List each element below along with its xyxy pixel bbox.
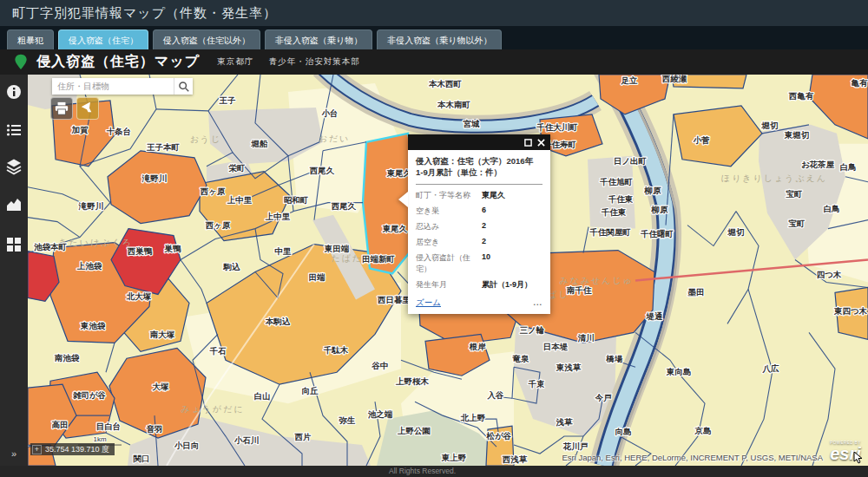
rights-label: All Rights Reserved. — [389, 467, 456, 475]
map-label: 西巣鴨 — [127, 246, 153, 256]
tab-bar: 粗暴犯侵入窃盗（住宅）侵入窃盗（住宅以外）非侵入窃盗（乗り物）非侵入窃盗（乗り物… — [0, 26, 868, 49]
map-label: 上野公園 — [397, 426, 431, 435]
filter-funnel-icon — [82, 102, 95, 115]
map-label: 加賀 — [71, 125, 89, 134]
tab-3[interactable]: 侵入窃盗（住宅以外） — [153, 29, 260, 49]
map-label: 東池袋 — [80, 321, 106, 330]
search-icon — [178, 81, 190, 93]
map-label: 白山 — [254, 391, 271, 401]
basemap-label: みょうがだに — [181, 404, 244, 414]
map-label: 南大塚 — [150, 330, 175, 339]
search-button[interactable] — [174, 78, 193, 95]
app-window: 町丁字別犯罪情報マップ（件数・発生率） 粗暴犯侵入窃盗（住宅）侵入窃盗（住宅以外… — [0, 0, 868, 477]
legend-list-icon-button[interactable] — [5, 121, 23, 139]
map-label: 千住曙町 — [640, 229, 674, 238]
map-label: 王子 — [219, 95, 236, 105]
map-label: 柳原 — [651, 205, 668, 214]
popup-row-value: 6 — [482, 206, 486, 217]
map-label: 王子本町 — [146, 142, 180, 152]
map-label: 宝町 — [788, 219, 806, 228]
printer-icon — [55, 101, 69, 115]
mouse-cursor — [853, 451, 863, 464]
map-label: 北上野 — [460, 413, 485, 422]
map-label: 田端新町 — [362, 254, 395, 264]
map-label: 宮城 — [464, 119, 480, 128]
map-label: 向丘 — [302, 386, 319, 395]
map-label: 千住東 — [608, 194, 634, 204]
popup-row-label: 居空き — [416, 237, 482, 248]
map-label: 上中里 — [265, 212, 291, 221]
map-label: 目白台 — [96, 421, 121, 431]
popup-title: 侵入窃盗：住宅（大字）2016年 1-9月累計（単位：件） — [416, 156, 542, 185]
basemap-grid-icon-button[interactable] — [5, 236, 23, 253]
popup-row-label: 侵入窃盗計（住宅） — [416, 252, 482, 275]
tab-2[interactable]: 侵入窃盗（住宅） — [58, 29, 148, 49]
sidebar-collapse-button[interactable]: » — [0, 448, 28, 459]
map-label: 四つ木 — [817, 270, 842, 279]
map-label: 堀切 — [761, 121, 779, 130]
tab-1[interactable]: 粗暴犯 — [7, 29, 54, 49]
map-label: 駒込 — [223, 262, 240, 271]
map-label: 西片 — [294, 432, 312, 441]
zoom-to-link[interactable]: ズーム — [416, 297, 441, 309]
map-label: 上野桜木 — [395, 376, 429, 386]
map-label: 高田 — [52, 420, 69, 429]
map-label: 小石川 — [233, 435, 259, 445]
legend-list-icon — [5, 121, 23, 139]
map-canvas[interactable]: おうじおだいたばたみかわしまみのわばしみなみせんじゅみょうがだにほりきりしょうぶ… — [28, 75, 868, 466]
popup-row-label: 忍込み — [416, 221, 482, 232]
map-label: 亀有 — [851, 78, 868, 88]
print-button[interactable] — [50, 97, 73, 120]
popup-row-label: 町丁・字等名称 — [416, 190, 482, 201]
map-label: 上池袋 — [76, 261, 102, 271]
map-label: 日ノ出町 — [614, 156, 648, 166]
map-label: 中里 — [275, 246, 292, 256]
map-label: 堤通 — [646, 311, 663, 321]
info-icon-button[interactable] — [5, 83, 23, 101]
map-label: 南千住 — [567, 285, 592, 295]
map-label: 西ヶ原 — [200, 186, 226, 196]
map-label: お花茶屋 — [801, 160, 835, 169]
chart-icon-button[interactable] — [5, 196, 23, 213]
coordinates-value: 35.754 139.710 度 — [45, 444, 109, 455]
map-label: 日本堤 — [543, 342, 569, 351]
popup-footer: ズーム ... — [416, 297, 542, 309]
popup-close-button[interactable] — [537, 139, 545, 147]
map-label: 東上野 — [441, 453, 466, 462]
map-label: 東田端 — [324, 244, 350, 253]
map-label: 西亀有 — [788, 91, 814, 101]
dept-label: 青少年・治安対策本部 — [269, 56, 360, 66]
layers-icon-button[interactable] — [5, 158, 23, 175]
map-label: 池袋本町 — [34, 242, 67, 252]
map-label: 上中里 — [227, 195, 253, 205]
popup-row: 居空き2 — [416, 237, 542, 248]
map-subtitle: 東京都庁 青少年・治安対策本部 — [217, 56, 360, 68]
info-icon — [5, 83, 23, 101]
popup-titlebar — [408, 134, 550, 150]
map-label: 清川 — [577, 333, 595, 343]
popup-row-value: 累計（1-9月） — [482, 279, 532, 291]
map-label: 西日暮里 — [377, 295, 411, 304]
popup-row: 忍込み2 — [416, 221, 542, 232]
map-label: 入谷 — [487, 390, 504, 400]
chart-icon — [5, 196, 23, 213]
popup-row: 空き巣6 — [416, 206, 542, 217]
map-label: 滝野川 — [78, 201, 103, 211]
map-label: 千住大川町 — [536, 122, 578, 132]
popup-row-label: 空き巣 — [416, 206, 482, 217]
maximize-icon — [524, 139, 532, 147]
popup-maximize-button[interactable] — [524, 139, 532, 147]
popup-more-button[interactable]: ... — [533, 298, 542, 307]
filter-button[interactable] — [76, 97, 99, 120]
map-label: 北大塚 — [126, 291, 152, 301]
tab-4[interactable]: 非侵入窃盗（乗り物） — [265, 29, 372, 49]
map-label: 1km — [93, 435, 106, 443]
map-label: 弥生 — [339, 415, 356, 425]
map-label: 宝町 — [786, 189, 803, 199]
search-input[interactable] — [52, 78, 174, 95]
crosshair-icon[interactable]: + — [32, 445, 42, 454]
map-label: 関口 — [134, 454, 150, 463]
map-label: 足立 — [621, 75, 638, 85]
map-label: 東堀切 — [784, 130, 809, 140]
tab-5[interactable]: 非侵入窃盗（乗り物以外） — [377, 29, 502, 49]
